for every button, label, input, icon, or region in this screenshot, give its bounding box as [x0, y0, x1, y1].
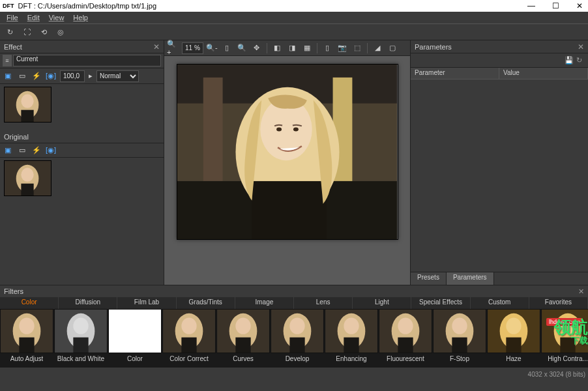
flash-icon[interactable]: ⚡ — [31, 145, 42, 156]
svg-point-16 — [293, 127, 298, 131]
grid-icon[interactable]: ▦ — [301, 42, 314, 55]
watermark-small: 下载 — [571, 335, 588, 347]
filter-category-tabs: Color Diffusion Film Lab Grads/Tints Ima… — [0, 297, 588, 309]
flash-icon[interactable]: ⚡ — [31, 71, 42, 81]
parameter-col-header: Parameter — [411, 68, 499, 79]
filter-item[interactable]: Curves — [216, 309, 270, 368]
refresh-icon[interactable]: ↻ — [3, 25, 17, 39]
filter-tab-custom[interactable]: Custom — [471, 297, 529, 309]
filter-label: Enhancing — [336, 353, 366, 364]
stepper-icon[interactable]: ▸ — [89, 72, 93, 80]
parameter-header-row: Parameter Value — [411, 68, 588, 80]
close-button[interactable]: ✕ — [574, 1, 585, 10]
filter-item[interactable]: F-Stop — [433, 309, 486, 368]
effect-panel: Effect ✕ ≡ Current ▣ ▭ ⚡ [◉] 100,0 ▸ Nor… — [0, 40, 164, 285]
fit-icon[interactable]: ▯ — [220, 42, 233, 55]
filter-item[interactable]: Enhancing — [325, 309, 378, 368]
parameters-title: Parameters — [415, 43, 452, 51]
status-dimensions: 4032 x 3024 (8 bits) — [528, 371, 585, 378]
zoom-out-icon[interactable]: 🔍- — [205, 42, 218, 55]
layer-icon[interactable]: ▣ — [3, 145, 13, 156]
filter-item[interactable]: Haze — [487, 309, 540, 368]
filter-label: High Contra... — [548, 353, 588, 364]
svg-rect-37 — [289, 338, 304, 353]
frame-icon[interactable]: ▢ — [386, 42, 399, 55]
zoom-in-icon[interactable]: 🔍+ — [167, 42, 180, 55]
filter-item[interactable]: Color — [108, 309, 162, 368]
filter-tab-lens[interactable]: Lens — [294, 297, 353, 309]
bracket-icon[interactable]: [◉] — [46, 145, 56, 156]
rotate-icon[interactable]: ⟲ — [37, 25, 51, 39]
svg-rect-17 — [252, 181, 326, 239]
filter-label: Black and White — [57, 353, 104, 364]
zoom-level[interactable]: 11 % — [182, 42, 203, 54]
svg-rect-7 — [21, 184, 33, 195]
reset-icon[interactable]: ↻ — [576, 56, 585, 65]
menu-view[interactable]: View — [45, 14, 68, 22]
svg-rect-41 — [344, 338, 359, 353]
blend-mode-select[interactable]: Normal — [96, 70, 139, 82]
filter-tab-image[interactable]: Image — [235, 297, 294, 309]
view-icon[interactable]: ▭ — [17, 145, 27, 156]
filter-label: Haze — [506, 353, 521, 364]
view-icon[interactable]: ▭ — [17, 71, 27, 81]
svg-point-2 — [21, 94, 33, 108]
close-icon[interactable]: ✕ — [153, 42, 160, 51]
filter-label: Curves — [233, 353, 254, 364]
effect-panel-title: Effect — [4, 43, 22, 51]
layer-icon[interactable]: ▣ — [3, 71, 13, 81]
compare-side-icon[interactable]: ◨ — [286, 42, 299, 55]
svg-point-15 — [276, 127, 282, 131]
minimize-button[interactable]: — — [525, 1, 538, 10]
filter-tab-diffusion[interactable]: Diffusion — [59, 297, 117, 309]
viewport-panel: 🔍+ 11 % 🔍- ▯ 🔍 ✥ ◧ ◨ ▦ ▯ 📷 ⬚ ◢ ▢ — [164, 40, 410, 285]
tab-parameters[interactable]: Parameters — [447, 272, 494, 285]
titlebar: DFT DFT : C:/Users/admin/Desktop/tmp txt… — [0, 0, 588, 12]
filters-title: Filters — [4, 287, 23, 295]
zoom-icon[interactable]: 🔍 — [235, 42, 248, 55]
filters-panel: Filters ✕ Color Diffusion Film Lab Grads… — [0, 285, 588, 378]
list-icon[interactable]: ≡ — [3, 55, 12, 66]
filter-tab-filmlab[interactable]: Film Lab — [117, 297, 176, 309]
filter-item[interactable]: Black and White — [54, 309, 108, 368]
marquee-icon[interactable]: ⬚ — [351, 42, 364, 55]
filter-tab-light[interactable]: Light — [353, 297, 411, 309]
filter-tab-specialeffects[interactable]: Special Effects — [411, 297, 470, 309]
menu-edit[interactable]: Edit — [23, 14, 44, 22]
filter-label: Develop — [286, 353, 310, 364]
filter-tab-gradstints[interactable]: Grads/Tints — [177, 297, 235, 309]
close-icon[interactable]: ✕ — [578, 287, 584, 296]
filter-label: Color Correct — [169, 353, 208, 364]
svg-point-40 — [344, 318, 359, 334]
filter-item[interactable]: Develop — [271, 309, 324, 368]
save-icon[interactable]: 💾 — [565, 56, 574, 65]
histogram-icon[interactable]: ◢ — [371, 42, 384, 55]
menu-file[interactable]: File — [3, 14, 22, 22]
bracket-icon[interactable]: [◉] — [46, 71, 56, 81]
filter-tab-favorites[interactable]: Favorites — [529, 297, 588, 309]
main-toolbar: ↻ ⛶ ⟲ ◎ — [0, 23, 588, 40]
parameters-body[interactable] — [411, 80, 588, 272]
filter-item[interactable]: Color Correct — [162, 309, 216, 368]
page-icon[interactable]: ▯ — [321, 42, 334, 55]
current-thumbnail[interactable] — [4, 87, 51, 123]
maximize-button[interactable]: ☐ — [550, 1, 562, 10]
watermark-site: lhdown.com — [546, 318, 583, 326]
tab-presets[interactable]: Presets — [411, 272, 447, 285]
image-preview[interactable] — [177, 64, 398, 240]
menu-help[interactable]: Help — [69, 14, 92, 22]
pan-icon[interactable]: ✥ — [250, 42, 263, 55]
opacity-value[interactable]: 100,0 — [60, 70, 85, 82]
filter-item[interactable]: Fluourescent — [379, 309, 432, 368]
target-icon[interactable]: ◎ — [53, 25, 68, 39]
close-icon[interactable]: ✕ — [578, 42, 584, 51]
menubar: File Edit View Help — [0, 12, 588, 23]
crop-icon[interactable]: ⛶ — [20, 25, 34, 39]
parameters-panel: Parameters ✕ 💾 ↻ Parameter Value Presets… — [410, 40, 588, 285]
filter-tab-color[interactable]: Color — [0, 297, 59, 309]
compare-split-icon[interactable]: ◧ — [271, 42, 284, 55]
camera-icon[interactable]: 📷 — [336, 42, 349, 55]
current-effect-input[interactable]: Current — [13, 55, 161, 66]
filter-item[interactable]: Auto Adjust — [0, 309, 53, 368]
original-thumbnail[interactable] — [4, 160, 51, 196]
